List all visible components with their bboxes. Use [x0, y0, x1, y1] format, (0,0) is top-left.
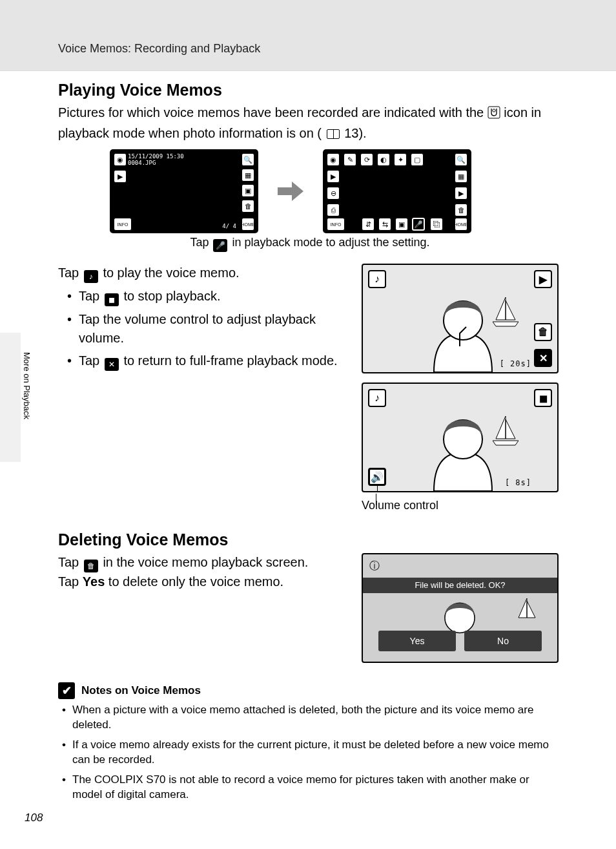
play-icon: ▶: [327, 170, 340, 183]
svg-point-1: [493, 109, 495, 112]
check-icon: ✔: [58, 682, 75, 699]
callout-line: [377, 485, 378, 492]
intro-text-a: Pictures for which voice memos have been…: [58, 105, 488, 120]
deleting-section: Deleting Voice Memos Tap 🗑 in the voice …: [58, 530, 562, 663]
delete-text: Tap 🗑 in the voice memo playback screen.…: [58, 553, 346, 591]
stop-button[interactable]: ◼: [534, 389, 552, 407]
notes-list: When a picture with a voice memo attache…: [58, 703, 562, 802]
d2a: Tap: [58, 574, 83, 589]
home-button: HOME: [241, 218, 254, 231]
transfer-icon: ⇆: [378, 218, 391, 231]
playback-screen-after: ◉ ✎ ⟳ ◐ ✦ ▢ 🔍 ▶ ⊖ ⎙ ▦ ▶ 🗑 HOME INFO ⇵ ⇆: [323, 149, 471, 233]
fullframe-button[interactable]: ▶: [534, 270, 552, 288]
b3b: to return to full-frame playback mode.: [123, 353, 337, 368]
edit-icon: ✎: [344, 153, 356, 166]
del-line-1: Tap 🗑 in the voice memo playback screen.: [58, 553, 346, 572]
close-button[interactable]: ✕: [534, 349, 552, 367]
figure-caption: Tap 🎤 in playback mode to adjust the set…: [58, 236, 562, 252]
notes-title: Notes on Voice Memos: [81, 684, 201, 697]
trash-icon: 🗑: [455, 204, 467, 216]
frame-icon: ▢: [411, 153, 424, 166]
close-x-icon: ✕: [105, 358, 119, 371]
side-tab-label: More on Playback: [22, 352, 32, 419]
caption-post: in playback mode to adjust the setting.: [232, 236, 429, 249]
notes-header: ✔ Notes on Voice Memos: [58, 682, 562, 699]
t1b: to play the voice memo.: [103, 266, 239, 280]
screen-file: 0004.JPG: [128, 160, 156, 166]
d2b: to delete only the voice memo.: [108, 574, 283, 589]
heading-playing: Playing Voice Memos: [58, 81, 562, 100]
svg-rect-0: [488, 107, 500, 118]
arrow-right-icon: [278, 182, 303, 201]
grid-icon: ▦: [455, 170, 467, 183]
play-mode-icon: ▶: [114, 170, 127, 183]
copy-icon: ⿻: [430, 218, 443, 231]
page-number: 108: [25, 812, 43, 824]
trash-icon: 🗑: [84, 560, 98, 572]
zoom-icon: 🔍: [241, 153, 254, 166]
sort-icon: ⇵: [362, 218, 375, 231]
movie-icon: ▣: [241, 184, 254, 197]
stop-icon: ◼: [105, 293, 119, 306]
trash-icon: 🗑: [241, 200, 254, 213]
play-note-button[interactable]: ♪: [368, 270, 386, 288]
rotate-icon: ⟳: [360, 153, 373, 166]
caption-pre: Tap: [190, 236, 212, 249]
playback-illustration-1: ♪ ▶ 🗑 ✕ [ 20s]: [362, 264, 559, 373]
intro-paragraph: Pictures for which voice memos have been…: [58, 103, 562, 143]
sailboat-icon: [493, 297, 518, 330]
book-reference-icon: [327, 129, 340, 139]
voice-memo-indicator-icon: [488, 105, 500, 124]
slideshow-icon: ▶: [455, 187, 467, 200]
delete-confirm-screen: ⓘ File will be deleted. OK? Yes No: [362, 553, 559, 663]
del-line-2: Tap Yes to delete only the voice memo.: [58, 572, 346, 591]
playback-bullets: Tap ◼ to stop playback. Tap the volume c…: [58, 287, 346, 371]
frame-counter: 4/ 4: [222, 223, 236, 229]
note-1: When a picture with a voice memo attache…: [62, 703, 562, 733]
home-button: HOME: [455, 218, 467, 231]
section-header: Voice Memos: Recording and Playback: [58, 42, 260, 56]
note-2: If a voice memo already exists for the c…: [62, 738, 562, 768]
d2bold: Yes: [83, 574, 105, 589]
play-note-button[interactable]: ♪: [368, 389, 386, 407]
intro-ref: 13).: [344, 126, 366, 140]
manual-page: Voice Memos: Recording and Playback More…: [0, 0, 616, 849]
screenshot-pair: 15/11/2009 15:30 0004.JPG ◉ ▶ 🔍 ▦ ▣ 🗑 HO…: [110, 149, 562, 233]
content-area: Playing Voice Memos Pictures for which v…: [58, 81, 562, 808]
sailboat-icon: [493, 416, 518, 448]
screen-date: 15/11/2009 15:30: [128, 153, 184, 160]
confirm-message: File will be deleted. OK?: [363, 578, 557, 593]
t1a: Tap: [58, 266, 83, 280]
mic-icon: 🎤: [213, 239, 227, 252]
camera-mode-icon: ◉: [114, 153, 127, 166]
d1a: Tap: [58, 555, 83, 569]
confirm-illustration-col: ⓘ File will be deleted. OK? Yes No: [362, 553, 562, 663]
playback-illustrations: ♪ ▶ 🗑 ✕ [ 20s] ♪ ◼ 🔊 [: [362, 264, 562, 512]
play-instructions-row: Tap ♪ to play the voice memo. Tap ◼ to s…: [58, 264, 562, 512]
yes-button[interactable]: Yes: [378, 631, 456, 651]
d1b: in the voice memo playback screen.: [103, 555, 308, 569]
dlight-icon: ◐: [377, 153, 390, 166]
alert-icon: ⓘ: [369, 560, 380, 573]
bullet-close: Tap ✕ to return to full-frame playback m…: [67, 351, 346, 371]
print-icon: ⎙: [327, 204, 340, 216]
volume-control-label: Volume control: [362, 499, 562, 512]
volume-button[interactable]: 🔊: [368, 468, 386, 486]
zoom-icon: 🔍: [455, 153, 467, 166]
playback-screen-before: 15/11/2009 15:30 0004.JPG ◉ ▶ 🔍 ▦ ▣ 🗑 HO…: [110, 149, 258, 233]
bullet-stop: Tap ◼ to stop playback.: [67, 287, 346, 306]
info-button: INFO: [114, 218, 132, 231]
playback-illustration-2: ♪ ◼ 🔊 [ 8s]: [362, 383, 559, 492]
side-tab: [0, 333, 21, 462]
info-button: INFO: [327, 218, 345, 231]
camera-icon: ◉: [327, 153, 340, 166]
play-note-icon: ♪: [84, 270, 98, 283]
sailboat-icon: [516, 598, 538, 625]
heading-deleting: Deleting Voice Memos: [58, 530, 562, 549]
timer-2: [ 8s]: [505, 478, 531, 487]
no-button[interactable]: No: [464, 631, 542, 651]
header-band: [0, 0, 616, 71]
trash-button[interactable]: 🗑: [534, 323, 552, 341]
instructions-text: Tap ♪ to play the voice memo. Tap ◼ to s…: [58, 264, 346, 375]
tap-play-line: Tap ♪ to play the voice memo.: [58, 264, 346, 283]
